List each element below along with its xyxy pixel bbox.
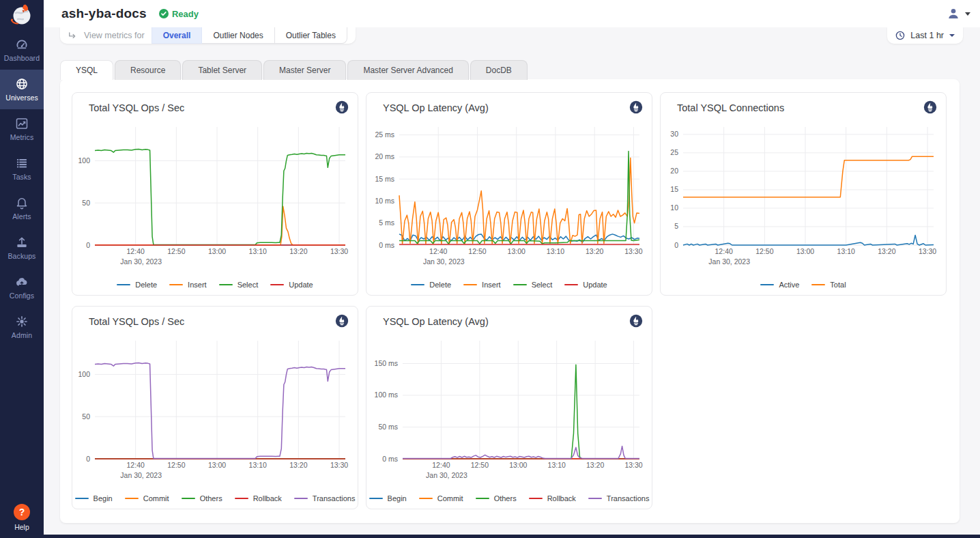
tab-overall[interactable]: Overall (152, 27, 203, 44)
sidebar-item-metrics[interactable]: Metrics (0, 109, 44, 149)
tab-outlier-nodes[interactable]: Outlier Nodes (202, 27, 274, 44)
sidebar-item-label: Help (14, 523, 29, 531)
x-axis-date-label: Jan 30, 2023 (426, 471, 467, 479)
yugabyte-logo[interactable] (0, 0, 44, 30)
tab-master-server[interactable]: Master Server (263, 60, 346, 80)
legend-label: Transactions (607, 494, 650, 502)
legend-item-update[interactable]: Update (270, 281, 313, 289)
sidebar-item-dashboard[interactable]: Dashboard (0, 30, 44, 70)
chart-plot-area[interactable]: 12:4012:5013:0013:1013:2013:300 ms5 ms10… (366, 120, 652, 269)
x-tick-label: 13:20 (586, 247, 603, 255)
legend-item-begin[interactable]: Begin (75, 494, 113, 502)
series-line-total (683, 156, 934, 197)
legend-item-update[interactable]: Update (564, 281, 607, 289)
y-tick-label: 0 ms (379, 241, 394, 249)
y-tick-label: 5 (674, 222, 678, 230)
legend-swatch (588, 498, 602, 500)
y-tick-label: 25 (670, 148, 678, 156)
sidebar-item-universes[interactable]: Universes (0, 70, 44, 109)
x-tick-label: 12:40 (127, 461, 145, 469)
prometheus-icon[interactable] (629, 100, 643, 114)
x-tick-label: 13:00 (208, 461, 226, 469)
metrics-chart-icon (15, 117, 29, 130)
tab-resource[interactable]: Resource (115, 60, 181, 80)
y-tick-label: 100 (78, 370, 90, 378)
legend-item-insert[interactable]: Insert (463, 281, 501, 289)
view-metrics-for-label: View metrics for (84, 31, 145, 40)
legend-swatch (235, 498, 248, 500)
sidebar-item-backups[interactable]: Backups (0, 228, 44, 268)
universes-globe-icon (15, 77, 29, 91)
legend-swatch (411, 284, 424, 286)
tab-tablet-server[interactable]: Tablet Server (182, 60, 262, 80)
series-line-insert (95, 206, 345, 245)
chart-title: Total YSQL Connections (677, 102, 784, 113)
y-tick-label: 100 ms (375, 391, 398, 399)
prometheus-icon[interactable] (923, 100, 937, 114)
legend-item-total[interactable]: Total (811, 281, 846, 289)
chart-plot-area[interactable]: 12:4012:5013:0013:1013:2013:30050100Jan … (72, 334, 358, 483)
legend-item-delete[interactable]: Delete (117, 281, 157, 289)
legend-item-others[interactable]: Others (182, 494, 222, 502)
y-tick-label: 15 (670, 185, 678, 193)
time-range-selector[interactable]: Last 1 hr (887, 27, 963, 44)
legend-label: Commit (437, 494, 463, 502)
chart-plot-area[interactable]: 12:4012:5013:0013:1013:2013:300 ms50 ms1… (366, 334, 652, 483)
legend-item-transactions[interactable]: Transactions (294, 494, 356, 502)
legend-item-rollback[interactable]: Rollback (529, 494, 576, 502)
y-tick-label: 10 ms (375, 197, 394, 205)
legend-item-commit[interactable]: Commit (419, 494, 463, 502)
tab-outlier-tables[interactable]: Outlier Tables (275, 27, 347, 44)
chart-title: YSQL Op Latency (Avg) (383, 102, 489, 113)
prometheus-icon[interactable] (335, 314, 349, 328)
topbar: ash-yba-docs Ready (44, 0, 980, 27)
y-tick-label: 0 ms (382, 455, 398, 463)
chart-plot-area[interactable]: 12:4012:5013:0013:1013:2013:300510152025… (661, 120, 946, 269)
x-tick-label: 13:30 (624, 461, 642, 469)
content-area: View metrics for Overall Outlier Nodes O… (44, 27, 980, 535)
x-axis-date-label: Jan 30, 2023 (708, 257, 750, 266)
clock-icon (895, 31, 905, 40)
x-tick-label: 12:50 (468, 247, 486, 255)
sidebar-item-help[interactable]: ? Help (0, 504, 44, 531)
sidebar-item-label: Alerts (12, 212, 31, 221)
prometheus-icon[interactable] (629, 314, 643, 328)
x-tick-label: 12:50 (167, 247, 185, 255)
chart-legend: DeleteInsertSelectUpdate (366, 281, 652, 289)
x-tick-label: 13:10 (249, 247, 267, 255)
legend-item-transactions[interactable]: Transactions (588, 494, 650, 502)
chevron-down-icon (965, 12, 970, 16)
prometheus-icon[interactable] (335, 100, 349, 114)
chart-panel-ysql-op-latency: YSQL Op Latency (Avg) 12:4012:5013:0013:… (366, 92, 652, 296)
legend-swatch (463, 284, 477, 286)
sidebar-item-admin[interactable]: Admin (0, 307, 44, 347)
tab-docdb[interactable]: DocDB (470, 60, 528, 80)
legend-label: Others (494, 494, 517, 502)
sidebar-item-tasks[interactable]: Tasks (0, 149, 44, 188)
chart-panel-ysql-op-latency-transactions: YSQL Op Latency (Avg) 12:4012:5013:0013:… (366, 306, 652, 509)
tab-ysql[interactable]: YSQL (60, 60, 113, 80)
sidebar-item-alerts[interactable]: Alerts (0, 188, 44, 228)
chart-legend: ActiveTotal (661, 281, 946, 289)
legend-item-rollback[interactable]: Rollback (235, 494, 282, 502)
legend-item-commit[interactable]: Commit (125, 494, 169, 502)
legend-label: Rollback (253, 494, 282, 502)
legend-item-active[interactable]: Active (760, 281, 799, 289)
bottom-edge-bar (0, 535, 980, 538)
x-axis-date-label: Jan 30, 2023 (120, 257, 162, 266)
chart-plot-area[interactable]: 12:4012:5013:0013:1013:2013:30050100Jan … (72, 120, 358, 269)
x-tick-label: 13:00 (208, 247, 226, 255)
sidebar-item-configs[interactable]: Configs (0, 268, 44, 307)
x-tick-label: 13:10 (249, 461, 267, 469)
legend-item-select[interactable]: Select (219, 281, 259, 289)
legend-item-delete[interactable]: Delete (411, 281, 451, 289)
series-line-others (403, 365, 639, 458)
legend-item-select[interactable]: Select (513, 281, 553, 289)
x-tick-label: 13:00 (508, 247, 525, 255)
x-tick-label: 12:40 (715, 247, 733, 255)
user-menu[interactable] (947, 7, 970, 20)
tab-master-server-advanced[interactable]: Master Server Advanced (347, 60, 468, 80)
legend-item-insert[interactable]: Insert (169, 281, 207, 289)
legend-item-begin[interactable]: Begin (369, 494, 407, 502)
legend-item-others[interactable]: Others (476, 494, 517, 502)
